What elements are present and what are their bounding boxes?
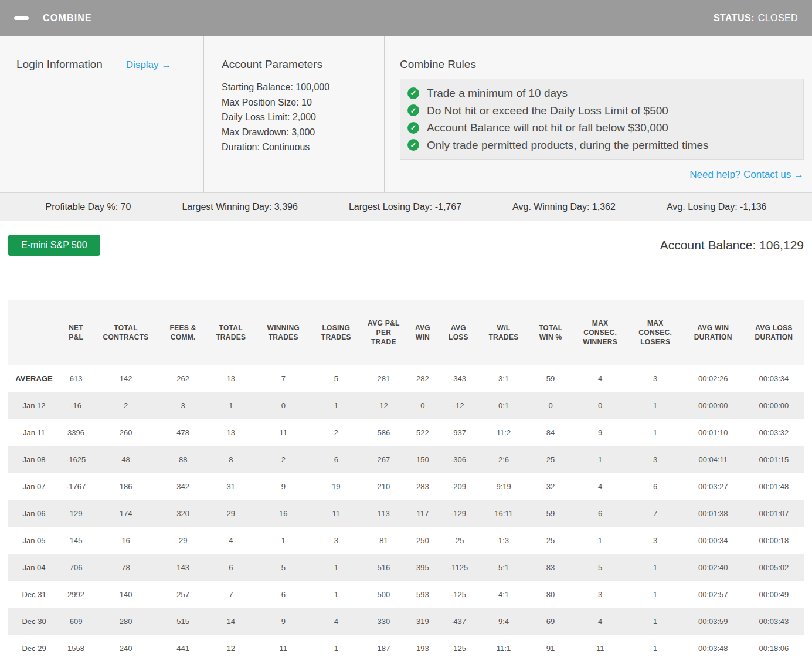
table-row: Jan 05145162941381250-251:3251300:00:340… <box>8 527 804 554</box>
column-header: AVG WIN DURATION <box>682 300 744 365</box>
table-cell: 00:01:38 <box>682 500 744 527</box>
table-cell: 00:03:43 <box>744 608 804 635</box>
table-cell: 174 <box>92 500 159 527</box>
instrument-button[interactable]: E-mini S&P 500 <box>8 235 100 256</box>
parameter-line: Duration: Continuous <box>222 140 384 155</box>
table-cell: 59 <box>529 500 572 527</box>
stat-item: Largest Winning Day: 3,396 <box>182 202 297 212</box>
account-parameters-lines: Starting Balance: 100,000 Max Position S… <box>222 80 384 155</box>
table-cell: 00:03:27 <box>682 473 744 500</box>
table-cell: 3396 <box>60 419 92 446</box>
table-cell: 11 <box>255 419 311 446</box>
table-cell: -25 <box>439 527 478 554</box>
stat-item: Largest Losing Day: -1,767 <box>349 202 461 212</box>
table-cell: 9 <box>572 419 628 446</box>
table-cell: 69 <box>529 608 572 635</box>
table-cell: 5 <box>311 365 361 392</box>
table-cell: 12 <box>206 635 255 662</box>
contact-us-link[interactable]: Need help? Contact us → <box>689 169 804 180</box>
column-header: AVG P&L PER TRADE <box>361 300 406 365</box>
table-cell: 4 <box>572 608 628 635</box>
table-cell: 6 <box>311 446 361 473</box>
table-row: Dec 312992140257761500593-1254:1803100:0… <box>8 581 804 608</box>
table-cell: 1 <box>628 419 682 446</box>
table-cell: 186 <box>92 473 159 500</box>
table-cell: 1 <box>311 581 361 608</box>
stat-item: Avg. Winning Day: 1,362 <box>512 202 616 212</box>
table-cell: 9 <box>255 608 311 635</box>
row-label: Jan 06 <box>8 500 60 527</box>
table-cell: 00:03:48 <box>682 635 744 662</box>
table-cell: 00:05:02 <box>744 554 804 581</box>
stat-item: Avg. Losing Day: -1,136 <box>667 202 766 212</box>
display-link[interactable]: Display → <box>126 59 171 71</box>
row-label: AVERAGE <box>8 365 60 392</box>
table-cell: 1558 <box>60 635 92 662</box>
table-cell: 14 <box>206 608 255 635</box>
table-cell: 145 <box>60 527 92 554</box>
table-cell: 283 <box>406 473 439 500</box>
table-cell: 150 <box>406 446 439 473</box>
status-value: CLOSED <box>758 13 798 23</box>
table-cell: 12 <box>361 392 406 419</box>
table-cell: 0:1 <box>478 392 529 419</box>
table-row: Jan 12-1623101120-120:100100:00:0000:00:… <box>8 392 804 419</box>
table-cell: 3 <box>311 527 361 554</box>
table-cell: 1 <box>311 635 361 662</box>
table-cell: 88 <box>159 446 206 473</box>
table-cell: 91 <box>529 635 572 662</box>
table-cell: 113 <box>361 500 406 527</box>
table-cell: 320 <box>159 500 206 527</box>
table-cell: -16 <box>60 392 92 419</box>
rule-item: ✓Account Balance will not hit or fall be… <box>407 119 796 137</box>
column-header: AVG LOSS <box>439 300 478 365</box>
table-cell: -125 <box>439 635 478 662</box>
table-cell: 59 <box>529 365 572 392</box>
table-cell: 00:01:48 <box>744 473 804 500</box>
table-cell: 9 <box>255 473 311 500</box>
row-label: Jan 12 <box>8 392 60 419</box>
account-parameters-title: Account Parameters <box>222 58 384 71</box>
table-cell: 5 <box>572 554 628 581</box>
table-cell: 00:02:57 <box>682 581 744 608</box>
table-cell: 25 <box>529 527 572 554</box>
table-cell: 31 <box>206 473 255 500</box>
table-cell: -306 <box>439 446 478 473</box>
table-cell: 330 <box>361 608 406 635</box>
table-cell: 6 <box>628 473 682 500</box>
row-label: Dec 30 <box>8 608 60 635</box>
table-cell: 9:4 <box>478 608 529 635</box>
table-cell: 11 <box>572 635 628 662</box>
column-header: MAX CONSEC. WINNERS <box>572 300 628 365</box>
table-cell: 32 <box>529 473 572 500</box>
table-cell: 1 <box>572 446 628 473</box>
column-header: LOSING TRADES <box>311 300 361 365</box>
table-cell: 2:6 <box>478 446 529 473</box>
table-cell: 2 <box>255 446 311 473</box>
status-badge: STATUS:CLOSED <box>714 13 798 23</box>
table-cell: 240 <box>92 635 159 662</box>
table-cell: 00:00:18 <box>744 527 804 554</box>
table-cell: -937 <box>439 419 478 446</box>
table-cell: -12 <box>439 392 478 419</box>
table-cell: 1 <box>311 392 361 419</box>
table-cell: 282 <box>406 365 439 392</box>
row-label: Jan 07 <box>8 473 60 500</box>
table-cell: 260 <box>92 419 159 446</box>
column-header <box>8 300 60 365</box>
table-cell: 613 <box>60 365 92 392</box>
column-header: TOTAL TRADES <box>206 300 255 365</box>
table-cell: 5 <box>255 554 311 581</box>
table-cell: 48 <box>92 446 159 473</box>
table-cell: 516 <box>361 554 406 581</box>
table-cell: 00:01:15 <box>744 446 804 473</box>
table-cell: 7 <box>206 581 255 608</box>
table-cell: 187 <box>361 635 406 662</box>
table-cell: 00:03:32 <box>744 419 804 446</box>
table-cell: 6 <box>255 581 311 608</box>
table-cell: 7 <box>628 500 682 527</box>
table-cell: 80 <box>529 581 572 608</box>
minimize-icon[interactable] <box>14 16 29 20</box>
table-cell: 3:1 <box>478 365 529 392</box>
rule-text: Only trade permitted products, during th… <box>427 137 709 154</box>
